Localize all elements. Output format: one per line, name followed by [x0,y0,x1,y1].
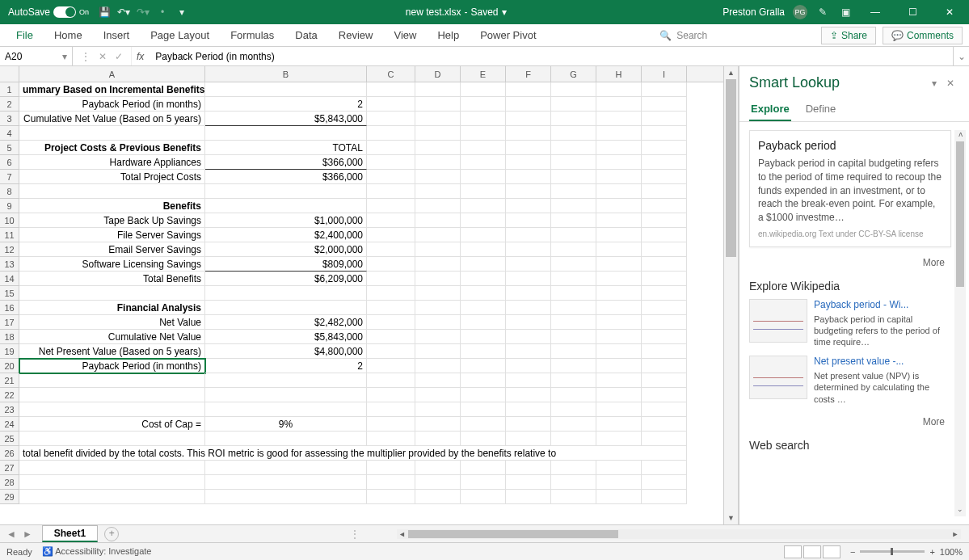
cell-C9[interactable] [367,199,415,213]
cell-B15[interactable] [205,286,367,301]
cell-G18[interactable] [551,330,596,344]
cell-F2[interactable] [506,97,551,112]
cell-C29[interactable] [367,490,415,504]
row-header-8[interactable]: 8 [0,184,19,199]
enter-formula-icon[interactable]: ✓ [115,51,123,62]
cell-E23[interactable] [461,402,506,417]
tab-file[interactable]: File [6,24,43,46]
cell-C14[interactable] [367,272,415,286]
cell-F15[interactable] [506,286,551,301]
cell-A21[interactable] [19,373,205,388]
cell-F27[interactable] [506,461,551,475]
row-header-22[interactable]: 22 [0,388,19,402]
cell-H6[interactable] [596,155,642,170]
cell-D23[interactable] [415,402,461,417]
name-box[interactable]: A20 ▾ [0,47,73,65]
cell-H27[interactable] [596,461,642,475]
tab-home[interactable]: Home [44,24,92,46]
cell-F23[interactable] [506,402,551,417]
cell-F29[interactable] [506,490,551,504]
cell-F4[interactable] [506,126,551,141]
ribbon-display-icon[interactable]: ▣ [838,5,853,19]
coming-soon-icon[interactable]: ✎ [815,5,830,19]
cell-G5[interactable] [551,141,596,155]
cell-I24[interactable] [642,417,687,432]
cell-I20[interactable] [642,359,687,373]
cell-E1[interactable] [461,82,506,97]
more-link-2[interactable]: More [749,413,951,431]
cell-B9[interactable] [205,199,367,213]
cell-H5[interactable] [596,141,642,155]
minimize-button[interactable]: — [861,0,890,24]
cell-H28[interactable] [596,475,642,490]
cell-D19[interactable] [415,344,461,359]
wiki-link[interactable]: Payback period - Wi... [814,299,951,312]
cell-B18[interactable]: $5,843,000 [205,330,367,344]
cell-E27[interactable] [461,461,506,475]
cell-E28[interactable] [461,475,506,490]
cell-G15[interactable] [551,286,596,301]
row-header-19[interactable]: 19 [0,344,19,359]
cell-H16[interactable] [596,301,642,315]
row-header-17[interactable]: 17 [0,315,19,330]
pane-options-icon[interactable]: ▾ [927,78,942,89]
cell-B2[interactable]: 2 [205,97,367,112]
view-page-break-button[interactable] [823,545,841,558]
cell-H19[interactable] [596,344,642,359]
cell-C16[interactable] [367,301,415,315]
cell-B17[interactable]: $2,482,000 [205,315,367,330]
cell-F25[interactable] [506,432,551,446]
cell-A26[interactable]: total benefit divided by the total costs… [19,446,687,461]
cell-H12[interactable] [596,242,642,257]
zoom-level[interactable]: 100% [940,547,963,557]
tab-split-handle[interactable]: ⋮ [345,528,364,540]
cell-A12[interactable]: Email Server Savings [19,242,205,257]
cell-A8[interactable] [19,184,205,199]
cell-F9[interactable] [506,199,551,213]
cell-B25[interactable] [205,432,367,446]
cell-B29[interactable] [205,490,367,504]
col-header-C[interactable]: C [367,66,415,82]
cell-A11[interactable]: File Server Savings [19,228,205,242]
cell-I6[interactable] [642,155,687,170]
cell-C27[interactable] [367,461,415,475]
wiki-link[interactable]: Net present value -... [814,356,951,368]
autosave-toggle[interactable]: AutoSave On [5,5,92,19]
pane-scroll-thumb[interactable] [956,141,964,287]
close-button[interactable]: ✕ [935,0,964,24]
row-header-14[interactable]: 14 [0,272,19,286]
cell-C21[interactable] [367,373,415,388]
cell-C12[interactable] [367,242,415,257]
cell-I22[interactable] [642,388,687,402]
cell-H1[interactable] [596,82,642,97]
hscroll-thumb[interactable] [408,530,618,538]
row-header-23[interactable]: 23 [0,402,19,417]
cell-D17[interactable] [415,315,461,330]
cell-B12[interactable]: $2,000,000 [205,242,367,257]
cell-G7[interactable] [551,170,596,184]
scroll-up-icon[interactable]: ▲ [724,66,738,79]
hscroll-left-icon[interactable]: ◄ [397,530,408,538]
cell-E7[interactable] [461,170,506,184]
row-header-28[interactable]: 28 [0,475,19,490]
cell-D7[interactable] [415,170,461,184]
scroll-down-icon[interactable]: ▼ [724,512,738,524]
cell-C18[interactable] [367,330,415,344]
cell-G21[interactable] [551,373,596,388]
cell-D8[interactable] [415,184,461,199]
zoom-slider[interactable] [860,550,925,553]
cell-C2[interactable] [367,97,415,112]
cell-E12[interactable] [461,242,506,257]
select-all-corner[interactable] [0,66,19,82]
pane-tab-explore[interactable]: Explore [749,98,791,121]
cell-H24[interactable] [596,417,642,432]
cell-E29[interactable] [461,490,506,504]
col-header-F[interactable]: F [506,66,551,82]
cell-D1[interactable] [415,82,461,97]
cell-G25[interactable] [551,432,596,446]
cell-C15[interactable] [367,286,415,301]
wiki-result-1[interactable]: Net present value -...Net present value … [749,356,951,404]
cell-F3[interactable] [506,112,551,126]
cell-I29[interactable] [642,490,687,504]
cell-A27[interactable] [19,461,205,475]
